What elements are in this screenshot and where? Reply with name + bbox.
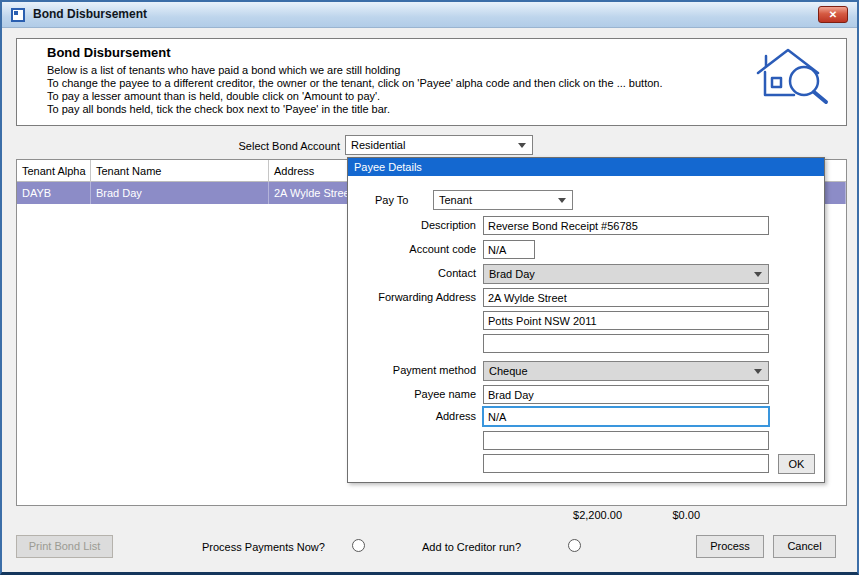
payee-details-dialog: Payee Details Pay To Tenant Description …: [347, 157, 825, 483]
account-code-label: Account code: [354, 243, 476, 255]
instruction-line: Below is a list of tenants who have paid…: [47, 64, 400, 76]
cell-tenant-alpha[interactable]: DAYB: [17, 182, 91, 204]
cancel-button[interactable]: Cancel: [773, 535, 836, 558]
account-code-field[interactable]: [483, 240, 535, 259]
address-line-3[interactable]: [483, 454, 769, 473]
contact-value: Brad Day: [489, 268, 535, 280]
app-icon: [11, 8, 25, 22]
close-icon: ✕: [829, 9, 837, 20]
page-title: Bond Disbursement: [47, 45, 171, 60]
print-bond-list-button: Print Bond List: [16, 535, 113, 558]
chevron-down-icon: [558, 198, 566, 203]
ok-button[interactable]: OK: [778, 454, 815, 474]
description-field[interactable]: [483, 216, 769, 235]
creditor-run-radio[interactable]: [568, 539, 581, 552]
instruction-line: To pay a lesser amount than is held, dou…: [47, 90, 380, 102]
contact-label: Contact: [354, 267, 476, 279]
chevron-down-icon: [518, 143, 526, 148]
instruction-line: To pay all bonds held, tick the check bo…: [47, 103, 390, 115]
forwarding-address-line-1[interactable]: [483, 288, 769, 307]
column-header-tenant-alpha[interactable]: Tenant Alpha: [17, 160, 91, 182]
payment-method-value: Cheque: [489, 365, 528, 377]
instruction-line: To change the payee to a different credi…: [47, 77, 663, 89]
pay-to-label: Pay To: [375, 194, 408, 206]
payment-method-select[interactable]: Cheque: [483, 361, 769, 381]
chevron-down-icon: [754, 369, 762, 374]
address-line-1[interactable]: [482, 406, 770, 427]
bond-account-select[interactable]: Residential: [345, 135, 533, 155]
amount-to-pay-total: $0.00: [652, 509, 700, 521]
address-line-2[interactable]: [483, 431, 769, 450]
description-label: Description: [354, 219, 476, 231]
house-search-icon: [754, 43, 830, 105]
cell-tenant-name[interactable]: Brad Day: [91, 182, 269, 204]
amount-held-total: $2,200.00: [550, 509, 622, 521]
payee-name-label: Payee name: [354, 388, 476, 400]
address-label: Address: [354, 410, 476, 422]
process-payments-radio[interactable]: [352, 539, 365, 552]
process-button[interactable]: Process: [696, 535, 764, 558]
process-payments-label: Process Payments Now?: [202, 541, 325, 553]
bond-account-label: Select Bond Account: [172, 140, 340, 152]
payee-name-field[interactable]: [483, 385, 769, 404]
creditor-run-label: Add to Creditor run?: [422, 541, 521, 553]
info-panel: Bond Disbursement Below is a list of ten…: [16, 38, 847, 126]
bond-account-value: Residential: [351, 139, 405, 151]
forwarding-address-label: Forwarding Address: [354, 291, 476, 303]
pay-to-value: Tenant: [439, 194, 472, 206]
contact-select[interactable]: Brad Day: [483, 264, 769, 284]
column-header-tenant-name[interactable]: Tenant Name: [91, 160, 269, 182]
pay-to-select[interactable]: Tenant: [433, 190, 573, 210]
chevron-down-icon: [754, 272, 762, 277]
forwarding-address-line-3[interactable]: [483, 334, 769, 353]
window-title: Bond Disbursement: [33, 7, 147, 21]
payee-details-titlebar: Payee Details: [348, 158, 824, 176]
window-titlebar: Bond Disbursement ✕: [2, 2, 857, 28]
close-button[interactable]: ✕: [818, 6, 848, 23]
forwarding-address-line-2[interactable]: [483, 311, 769, 330]
payment-method-label: Payment method: [354, 364, 476, 376]
bond-disbursement-window: Bond Disbursement ✕ Bond Disbursement Be…: [0, 0, 859, 575]
